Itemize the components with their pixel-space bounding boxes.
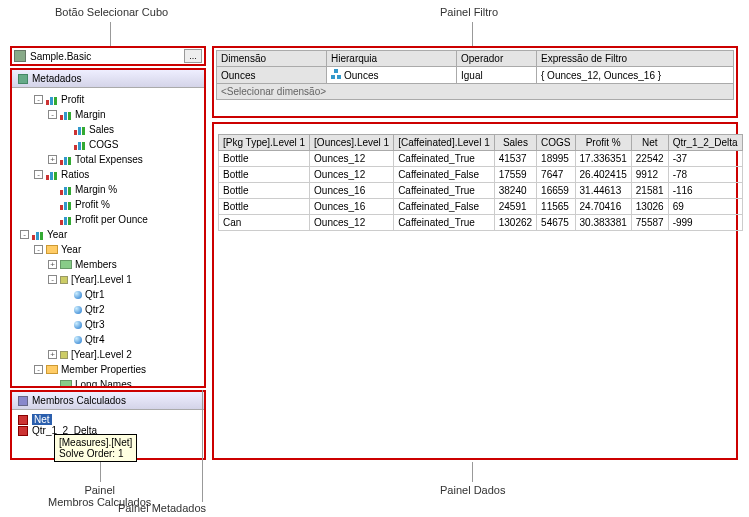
data-col-header[interactable]: [Caffeinated].Level 1 <box>394 135 495 151</box>
data-cell[interactable]: 30.383381 <box>575 215 631 231</box>
tree-node[interactable]: +Members <box>14 257 202 272</box>
data-cell[interactable]: 31.44613 <box>575 183 631 199</box>
data-cell[interactable]: 7647 <box>537 167 575 183</box>
expand-toggle[interactable]: - <box>20 230 29 239</box>
tree-node[interactable]: -Year <box>14 227 202 242</box>
filter-row[interactable]: <Selecionar dimensão> <box>217 84 734 100</box>
tree-node[interactable]: +Total Expenses <box>14 152 202 167</box>
filter-cell-op[interactable]: Igual <box>457 67 537 84</box>
tree-node[interactable]: +[Year].Level 2 <box>14 347 202 362</box>
tree-node[interactable]: -Margin <box>14 107 202 122</box>
filter-placeholder[interactable]: <Selecionar dimensão> <box>217 84 734 100</box>
data-cell[interactable]: 17.336351 <box>575 151 631 167</box>
filter-col-hier[interactable]: Hierarquia <box>327 51 457 67</box>
data-col-header[interactable]: Sales <box>494 135 536 151</box>
data-cell[interactable]: 130262 <box>494 215 536 231</box>
data-col-header[interactable]: Net <box>631 135 668 151</box>
data-cell[interactable]: Caffeinated_True <box>394 215 495 231</box>
tree-node[interactable]: Margin % <box>14 182 202 197</box>
data-cell[interactable]: Ounces_12 <box>310 215 394 231</box>
data-cell[interactable]: 69 <box>668 199 742 215</box>
data-cell[interactable]: Ounces_16 <box>310 199 394 215</box>
filter-cell-expr[interactable]: { Ounces_12, Ounces_16 } <box>537 67 734 84</box>
filter-col-expr[interactable]: Expressão de Filtro <box>537 51 734 67</box>
data-cell[interactable]: Caffeinated_True <box>394 183 495 199</box>
data-cell[interactable]: -999 <box>668 215 742 231</box>
tree-node[interactable]: -[Year].Level 1 <box>14 272 202 287</box>
data-cell[interactable]: 22542 <box>631 151 668 167</box>
data-col-header[interactable]: Profit % <box>575 135 631 151</box>
tree-node[interactable]: Profit % <box>14 197 202 212</box>
data-cell[interactable]: 17559 <box>494 167 536 183</box>
data-cell[interactable]: 11565 <box>537 199 575 215</box>
data-cell[interactable]: 13026 <box>631 199 668 215</box>
expand-toggle[interactable]: - <box>48 275 57 284</box>
expand-toggle <box>62 335 71 344</box>
tree-node[interactable]: Qtr1 <box>14 287 202 302</box>
tree-node[interactable]: Profit per Ounce <box>14 212 202 227</box>
data-cell[interactable]: 54675 <box>537 215 575 231</box>
data-cell[interactable]: 18995 <box>537 151 575 167</box>
data-cell[interactable]: Caffeinated_False <box>394 167 495 183</box>
data-cell[interactable]: Can <box>219 215 310 231</box>
data-cell[interactable]: -78 <box>668 167 742 183</box>
data-cell[interactable]: Ounces_12 <box>310 167 394 183</box>
tree-node[interactable]: -Ratios <box>14 167 202 182</box>
data-cell[interactable]: Bottle <box>219 183 310 199</box>
expand-toggle[interactable]: - <box>48 110 57 119</box>
cube-more-button[interactable]: ... <box>184 49 202 63</box>
data-cell[interactable]: -37 <box>668 151 742 167</box>
data-col-header[interactable]: [Pkg Type].Level 1 <box>219 135 310 151</box>
tree-node[interactable]: Long Names <box>14 377 202 388</box>
tree-node[interactable]: -Member Properties <box>14 362 202 377</box>
data-cell[interactable]: 41537 <box>494 151 536 167</box>
filter-cell-dim[interactable]: Ounces <box>217 67 327 84</box>
member-icon <box>60 260 72 269</box>
data-cell[interactable]: 16659 <box>537 183 575 199</box>
data-cell[interactable]: Bottle <box>219 151 310 167</box>
filter-col-op[interactable]: Operador <box>457 51 537 67</box>
tree-node[interactable]: Qtr3 <box>14 317 202 332</box>
data-cell[interactable]: 9912 <box>631 167 668 183</box>
data-cell[interactable]: 38240 <box>494 183 536 199</box>
data-cell[interactable]: 75587 <box>631 215 668 231</box>
cube-selector[interactable]: Sample.Basic ... <box>12 48 204 64</box>
filter-row[interactable]: Ounces Ounces Igual { Ounces_12, Ounces_… <box>217 67 734 84</box>
table-row[interactable]: BottleOunces_12Caffeinated_False17559764… <box>219 167 743 183</box>
tree-node[interactable]: -Year <box>14 242 202 257</box>
data-col-header[interactable]: Qtr_1_2_Delta <box>668 135 742 151</box>
metadata-tree[interactable]: -Profit-MarginSalesCOGS+Total Expenses-R… <box>12 88 204 388</box>
table-row[interactable]: CanOunces_12Caffeinated_True130262546753… <box>219 215 743 231</box>
data-cell[interactable]: 21581 <box>631 183 668 199</box>
expand-toggle[interactable]: + <box>48 350 57 359</box>
data-cell[interactable]: Bottle <box>219 167 310 183</box>
data-col-header[interactable]: COGS <box>537 135 575 151</box>
tree-node[interactable]: Qtr2 <box>14 302 202 317</box>
data-col-header[interactable]: [Ounces].Level 1 <box>310 135 394 151</box>
data-cell[interactable]: 24.70416 <box>575 199 631 215</box>
tree-node[interactable]: -Profit <box>14 92 202 107</box>
data-cell[interactable]: 26.402415 <box>575 167 631 183</box>
data-cell[interactable]: Bottle <box>219 199 310 215</box>
calc-item[interactable]: Net <box>18 414 198 425</box>
expand-toggle[interactable]: - <box>34 365 43 374</box>
data-cell[interactable]: Caffeinated_True <box>394 151 495 167</box>
data-cell[interactable]: 24591 <box>494 199 536 215</box>
expand-toggle[interactable]: - <box>34 170 43 179</box>
data-cell[interactable]: Ounces_16 <box>310 183 394 199</box>
filter-cell-hier[interactable]: Ounces <box>327 67 457 84</box>
data-cell[interactable]: Caffeinated_False <box>394 199 495 215</box>
table-row[interactable]: BottleOunces_16Caffeinated_True382401665… <box>219 183 743 199</box>
expand-toggle[interactable]: + <box>48 260 57 269</box>
expand-toggle[interactable]: + <box>48 155 57 164</box>
filter-col-dim[interactable]: Dimensão <box>217 51 327 67</box>
expand-toggle[interactable]: - <box>34 245 43 254</box>
expand-toggle[interactable]: - <box>34 95 43 104</box>
tree-node[interactable]: Sales <box>14 122 202 137</box>
table-row[interactable]: BottleOunces_12Caffeinated_True415371899… <box>219 151 743 167</box>
data-cell[interactable]: -116 <box>668 183 742 199</box>
tree-node[interactable]: Qtr4 <box>14 332 202 347</box>
data-cell[interactable]: Ounces_12 <box>310 151 394 167</box>
table-row[interactable]: BottleOunces_16Caffeinated_False24591115… <box>219 199 743 215</box>
tree-node[interactable]: COGS <box>14 137 202 152</box>
